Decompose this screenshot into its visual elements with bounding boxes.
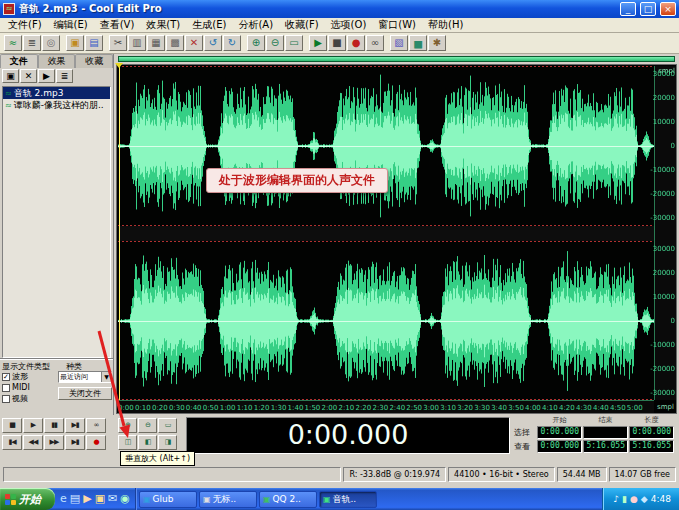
redo-icon[interactable]: ↻	[223, 35, 241, 51]
zoom-in-icon[interactable]: ⊕	[247, 35, 265, 51]
file-list[interactable]: ≈音轨 2.mp3≈谭咏麟-像我这样的朋..	[2, 86, 111, 358]
filetype-checkbox-视频[interactable]: 视频	[2, 393, 30, 404]
sort-dropdown[interactable]: 最近访问 ▼	[58, 371, 112, 383]
loop-icon[interactable]: ∞	[366, 35, 384, 51]
toolbar-group: ▧▅✱	[390, 35, 446, 51]
time-label: 3:30	[474, 404, 490, 412]
task-button[interactable]: ▣Glub	[139, 491, 197, 508]
fast-forward-button[interactable]: ▶▶	[44, 435, 64, 450]
time-label: 4:30	[576, 404, 592, 412]
selview-value: 0:00.000	[537, 426, 582, 439]
go-to-end-button[interactable]: ▶▮	[65, 435, 85, 450]
effects-rack-icon[interactable]: ▧	[390, 35, 408, 51]
menu-item-生成(E)[interactable]: 生成(E)	[186, 18, 232, 32]
undo-icon[interactable]: ↺	[204, 35, 222, 51]
filetype-checkbox-波形[interactable]: ✓波形	[2, 371, 30, 382]
open-file-icon[interactable]: ▣	[2, 69, 19, 83]
copy-icon[interactable]: ▥	[128, 35, 146, 51]
tab-文件[interactable]: 文件	[0, 54, 38, 68]
close-button[interactable]: ×	[660, 2, 676, 16]
stop-button[interactable]: ■	[2, 418, 22, 433]
task-button[interactable]: ▣无标..	[199, 491, 257, 508]
cut-icon[interactable]: ✂	[109, 35, 127, 51]
task-buttons: ▣Glub▣无标..▣QQ 2..▣音轨..	[136, 491, 602, 508]
multitrack-view-icon[interactable]: ≣	[23, 35, 41, 51]
zoom-vertical-in-button[interactable]: ◧	[138, 435, 157, 450]
menu-item-帮助(H)[interactable]: 帮助(H)	[422, 18, 469, 32]
antivirus-icon[interactable]: ◆	[641, 494, 648, 504]
menu-item-收藏(F)[interactable]: 收藏(F)	[279, 18, 325, 32]
save-file-icon[interactable]: ▤	[85, 35, 103, 51]
play-selected-icon[interactable]: ▶	[38, 69, 55, 83]
overview-bar[interactable]	[118, 56, 675, 62]
loop-play-button[interactable]: ∞	[86, 418, 106, 433]
selview-header-长度: 长度	[629, 416, 674, 425]
toolbar-group: ▣▤	[66, 35, 103, 51]
task-label: QQ 2..	[272, 494, 300, 504]
menu-item-窗口(W)[interactable]: 窗口(W)	[372, 18, 422, 32]
delete-icon[interactable]: ✕	[185, 35, 203, 51]
zoom-selection-icon[interactable]: ▭	[285, 35, 303, 51]
filetype-checkbox-MIDI[interactable]: MIDI	[2, 382, 30, 393]
waveform-view-icon[interactable]: ≈	[4, 35, 22, 51]
frequency-analysis-icon[interactable]: ▅	[409, 35, 427, 51]
menu-item-查看(V)[interactable]: 查看(V)	[94, 18, 141, 32]
zoom-in-horizontal-button[interactable]: ⊕	[118, 418, 137, 433]
open-file-icon[interactable]: ▣	[66, 35, 84, 51]
menu-item-选项(O)[interactable]: 选项(O)	[325, 18, 373, 32]
time-ruler[interactable]: 0:000:100:200:300:400:501:001:101:201:30…	[118, 400, 654, 413]
close-file-icon[interactable]: ✕	[20, 69, 37, 83]
mix-paste-icon[interactable]: ▩	[166, 35, 184, 51]
rewind-button[interactable]: ◀◀	[23, 435, 43, 450]
maximize-button[interactable]: □	[640, 2, 656, 16]
waveform-canvas[interactable]	[118, 66, 654, 400]
tab-收藏[interactable]: 收藏	[75, 54, 113, 68]
close-file-button[interactable]: 关闭文件	[58, 387, 112, 400]
volume-icon[interactable]: ♪	[613, 494, 619, 504]
zoom-vertical-out-button[interactable]: ◨	[158, 435, 177, 450]
go-to-start-button[interactable]: ▮◀	[2, 435, 22, 450]
task-button[interactable]: ▣音轨..	[319, 491, 377, 508]
show-desktop-icon[interactable]: ▤	[70, 489, 80, 509]
qq-icon[interactable]: ●	[630, 494, 638, 504]
menu-item-文件(F)[interactable]: 文件(F)	[2, 18, 48, 32]
play-to-end-button[interactable]: ▶▮	[65, 418, 85, 433]
file-list-item[interactable]: ≈音轨 2.mp3	[3, 87, 110, 99]
zoom-full-button[interactable]: ▭	[158, 418, 177, 433]
minimize-button[interactable]: _	[620, 2, 636, 16]
options-icon[interactable]: ✱	[428, 35, 446, 51]
start-button[interactable]: 开始	[0, 488, 55, 510]
vertical-ruler[interactable]: smpl3000020000100000-10000-20000-3000030…	[654, 66, 676, 400]
status-segment: 14.07 GB free	[609, 467, 676, 482]
ie-icon[interactable]: e	[60, 489, 67, 509]
play-button[interactable]: ▶	[23, 418, 43, 433]
audio-file-icon: ≈	[5, 89, 12, 98]
zoom-selection-button[interactable]: ◫	[118, 435, 137, 450]
main-toolbar: ≈≣◎▣▤✂▥▦▩✕↺↻⊕⊖▭▶■●∞▧▅✱	[0, 33, 679, 54]
zoom-out-icon[interactable]: ⊖	[266, 35, 284, 51]
record-button[interactable]: ●	[86, 435, 106, 450]
time-label: 2:20	[355, 404, 371, 412]
menu-item-编辑(E)[interactable]: 编辑(E)	[48, 18, 94, 32]
paste-icon[interactable]: ▦	[147, 35, 165, 51]
stop-icon[interactable]: ■	[328, 35, 346, 51]
zoom-out-horizontal-button[interactable]: ⊖	[138, 418, 157, 433]
sort-icon[interactable]: ≣	[56, 69, 73, 83]
time-label: 2:30	[372, 404, 388, 412]
play-icon[interactable]: ▶	[309, 35, 327, 51]
menu-item-分析(A)[interactable]: 分析(A)	[232, 18, 279, 32]
folder-icon[interactable]: ▣	[95, 489, 105, 509]
record-icon[interactable]: ●	[347, 35, 365, 51]
cd-project-view-icon[interactable]: ◎	[42, 35, 60, 51]
pause-button[interactable]: ▮▮	[44, 418, 64, 433]
file-list-item[interactable]: ≈谭咏麟-像我这样的朋..	[3, 99, 110, 111]
titlebar: ≈ 音轨 2.mp3 - Cool Edit Pro _ □ ×	[0, 0, 679, 18]
mail-icon[interactable]: ✉	[108, 489, 117, 509]
network-icon[interactable]: ▮	[622, 494, 627, 504]
task-button[interactable]: ▣QQ 2..	[259, 491, 317, 508]
messenger-icon[interactable]: ◉	[120, 489, 130, 509]
media-player-icon[interactable]: ▶	[83, 489, 91, 509]
cue-marker-icon[interactable]	[115, 63, 123, 68]
menu-item-效果(T)[interactable]: 效果(T)	[140, 18, 186, 32]
tab-效果[interactable]: 效果	[38, 54, 76, 68]
